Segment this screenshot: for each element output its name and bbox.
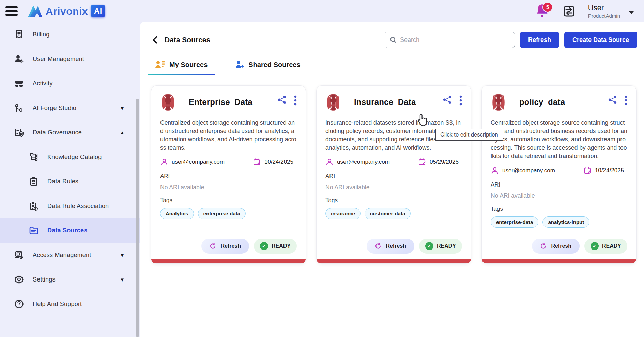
sidebar-item-billing[interactable]: Billing: [0, 22, 140, 47]
calendar-edit-icon: [418, 158, 426, 166]
card-title: Enterprise_Data: [189, 97, 252, 107]
sidebar-item-knowledge-catalog[interactable]: Knowledge Catalog: [0, 145, 140, 169]
my-sources-icon: [155, 60, 165, 69]
search-input[interactable]: [400, 36, 510, 44]
refresh-icon: [540, 243, 547, 250]
mouse-cursor: [417, 113, 428, 127]
owner-email: user@company.com: [337, 159, 390, 165]
sidebar-item-data-rules[interactable]: Data Rules: [0, 169, 140, 194]
top-bar: Arivonix AI 5 User ProductAdmin: [0, 0, 644, 22]
data-governance-icon: [14, 128, 24, 137]
page-title: Data Sources: [165, 36, 210, 44]
check-icon: ✓: [591, 242, 599, 250]
kebab-menu-icon[interactable]: [294, 95, 297, 106]
card-refresh-label: Refresh: [386, 243, 406, 249]
card-date: 10/24/2025: [264, 159, 293, 165]
sidebar-scrollbar[interactable]: [136, 99, 139, 337]
sidebar-item-label: Knowledge Catalog: [47, 154, 102, 161]
owner-email: user@company.com: [502, 167, 555, 174]
card-title: Insurance_Data: [354, 97, 416, 107]
status-badge: ✓ READY: [254, 239, 297, 254]
user-management-icon: [14, 54, 24, 64]
card-refresh-button[interactable]: Refresh: [532, 239, 580, 254]
sidebar-item-label: Billing: [33, 31, 49, 38]
sidebar-item-settings[interactable]: Settings ▼: [0, 267, 140, 292]
sidebar-item-label: User Management: [33, 55, 84, 63]
sidebar-item-help-and-support[interactable]: Help And Support: [0, 292, 140, 316]
sidebar-item-label: AI Forge Studio: [33, 105, 76, 112]
tag-chip: enterprise-data: [491, 216, 538, 228]
owner-email: user@company.com: [172, 159, 225, 165]
share-icon[interactable]: [278, 95, 287, 104]
settings-gear-icon: [14, 275, 24, 284]
ari-value: No ARI available: [325, 184, 462, 191]
data-rule-association-icon: [29, 201, 39, 211]
create-data-source-button[interactable]: Create Data Source: [564, 32, 637, 48]
card-refresh-label: Refresh: [551, 243, 571, 249]
share-icon[interactable]: [443, 95, 452, 104]
knowledge-catalog-icon: [29, 152, 39, 162]
sidebar-item-data-sources[interactable]: Data Sources: [0, 218, 140, 243]
user-role: ProductAdmin: [588, 13, 620, 19]
workspace-switch-icon[interactable]: [563, 5, 575, 17]
check-icon: ✓: [425, 242, 433, 250]
calendar-edit-icon: [583, 166, 592, 175]
chevron-expand-icon[interactable]: ▼: [120, 105, 125, 111]
tags-label: Tags: [325, 197, 462, 204]
sidebar-item-activity[interactable]: Activity: [0, 71, 140, 96]
kebab-menu-icon[interactable]: [459, 95, 462, 106]
check-icon: ✓: [260, 242, 268, 250]
ai-forge-studio-icon: [14, 103, 24, 113]
tag-chip: analytics-input: [542, 216, 589, 228]
tag-chip: enterprise-data: [198, 208, 246, 219]
sidebar-item-label: Data Rules: [47, 178, 78, 185]
s3-bucket-icon: [325, 94, 341, 111]
status-badge: ✓ READY: [584, 239, 627, 254]
notifications-button[interactable]: 5: [536, 3, 550, 19]
data-rules-icon: [29, 177, 39, 186]
sidebar-item-label: Activity: [33, 80, 53, 87]
owner-icon: [160, 158, 168, 166]
share-icon[interactable]: [608, 95, 617, 104]
search-box[interactable]: [385, 32, 515, 48]
card-refresh-button[interactable]: Refresh: [367, 239, 414, 254]
ari-value: No ARI available: [160, 184, 297, 191]
data-source-card: policy_data Centralized object storage s…: [481, 85, 637, 264]
card-description[interactable]: Centralized object storage source contai…: [491, 118, 627, 160]
user-menu[interactable]: User ProductAdmin: [588, 3, 634, 19]
data-source-card: Enterprise_Data Centralized object stora…: [151, 85, 306, 264]
data-sources-folder-icon: [29, 226, 39, 235]
ari-label: ARI: [491, 181, 627, 188]
brand-name: Arivonix: [46, 5, 88, 17]
back-button[interactable]: [151, 35, 160, 44]
chevron-down-icon: [629, 11, 634, 14]
sidebar-item-user-management[interactable]: User Management: [0, 47, 140, 71]
sidebar-item-data-governance[interactable]: Data Governance ▲: [0, 120, 140, 145]
sidebar-item-label: Data Rule Association: [47, 203, 109, 210]
refresh-button[interactable]: Refresh: [520, 32, 559, 48]
chevron-expand-icon[interactable]: ▼: [120, 277, 125, 283]
sidebar: Billing User Management Activity AI Forg…: [0, 22, 140, 337]
sidebar-item-ai-forge-studio[interactable]: AI Forge Studio ▼: [0, 96, 140, 120]
sidebar-item-data-rule-association[interactable]: Data Rule Association: [0, 194, 140, 218]
sidebar-item-label: Help And Support: [33, 301, 82, 308]
status-text: READY: [437, 243, 456, 249]
status-text: READY: [272, 243, 291, 249]
chevron-expand-icon[interactable]: ▼: [120, 252, 125, 258]
brand-ai-badge: AI: [91, 5, 105, 17]
brand-mark-icon: [27, 4, 43, 18]
chevron-collapse-icon[interactable]: ▲: [120, 130, 125, 135]
tab-shared-sources[interactable]: Shared Sources: [231, 60, 304, 75]
card-description[interactable]: Centralized object storage containing st…: [160, 118, 297, 152]
hamburger-menu-icon[interactable]: [5, 5, 19, 17]
tag-chip: insurance: [325, 208, 361, 219]
card-refresh-button[interactable]: Refresh: [201, 239, 249, 254]
tab-my-sources[interactable]: My Sources: [151, 60, 212, 75]
data-source-card-grid: Enterprise_Data Centralized object stora…: [151, 85, 637, 264]
help-icon: [14, 299, 24, 309]
tags-label: Tags: [160, 197, 297, 204]
kebab-menu-icon[interactable]: [625, 95, 627, 106]
sidebar-item-access-management[interactable]: Access Management ▼: [0, 243, 140, 267]
card-refresh-label: Refresh: [220, 243, 241, 249]
card-accent-bar: [151, 259, 306, 263]
